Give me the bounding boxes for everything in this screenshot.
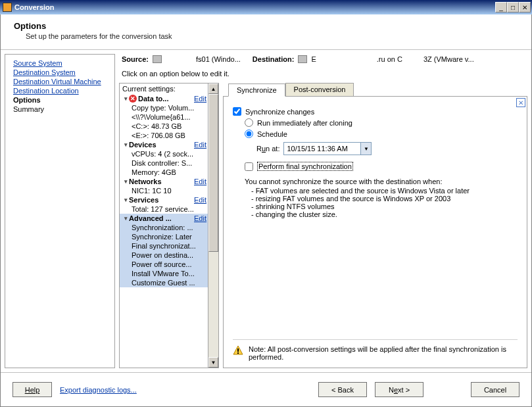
tree-volume-path: <\\?\Volume{a61... [120,112,208,122]
expand-icon[interactable]: ▾ [122,215,129,222]
svg-rect-1 [237,348,239,352]
tab-content: ✕ Synchronize changes Run immediately af… [223,96,527,368]
sidebar-item-source-system[interactable]: Source System [8,59,112,68]
cancel-button[interactable]: Cancel [471,382,520,397]
sidebar-item-destination-location[interactable]: Destination Location [8,86,112,95]
expand-icon[interactable]: ▾ [122,95,129,102]
tree-e-drive: <E:>: 706.08 GB [120,131,208,140]
expand-icon[interactable]: ▾ [122,141,129,148]
page-title: Options [14,21,521,31]
edit-link-data[interactable]: Edit [191,95,206,103]
tree-vcpus: vCPUs: 4 (2 sock... [120,149,208,158]
page-header: Options Set up the parameters for the co… [1,14,531,50]
instruction-text: Click on an option below to edit it. [119,64,527,83]
tree-c-drive: <C:>: 48.73 GB [120,122,208,131]
warning-icon [233,345,243,356]
tree-synchronization: Synchronization: ... [120,223,208,232]
note-text: Note: All post-conversion settings will … [249,345,518,361]
schedule-label: Schedule [257,130,287,138]
tree-vmware-tools: Install VMware To... [120,269,208,278]
tree-data-to-copy[interactable]: ▾ ✕ Data to... Edit [120,94,208,103]
tree-advanced[interactable]: ▾ Advanced ... Edit [120,214,208,223]
window-titlebar: Conversion _ □ ✕ [0,0,532,14]
minimize-button[interactable]: _ [495,2,507,12]
tree-disk-controller: Disk controller: S... [120,158,208,168]
help-button[interactable]: Help [12,382,52,397]
schedule-radio[interactable]: Schedule [233,128,518,139]
synchronize-changes-label: Synchronize changes [245,108,314,116]
tree-power-off: Power off source... [120,260,208,269]
tree-services[interactable]: ▾ Services Edit [120,195,208,204]
edit-link-networks[interactable]: Edit [191,178,206,185]
destination-label: Destination: [253,55,295,63]
destination-host: .ru on C [377,55,402,63]
expand-icon[interactable]: ▾ [122,197,129,203]
scroll-thumb[interactable] [208,94,218,252]
schedule-input[interactable] [245,130,253,138]
tree-memory: Memory: 4GB [120,168,208,177]
scroll-up-button[interactable]: ▲ [208,84,218,94]
svg-rect-2 [237,352,239,354]
tree-customize-guest: Customize Guest ... [120,278,208,287]
edit-link-services[interactable]: Edit [191,196,206,204]
tree-devices[interactable]: ▾ Devices Edit [120,140,208,149]
error-icon: ✕ [129,95,137,103]
tree-networks[interactable]: ▾ Networks Edit [120,177,208,186]
sidebar-item-options[interactable]: Options [8,95,112,105]
synchronize-changes-checkbox[interactable]: Synchronize changes [233,106,518,117]
maximize-button[interactable]: □ [507,2,519,12]
source-computer-icon [153,55,162,63]
synchronize-changes-input[interactable] [233,107,241,116]
edit-link-devices[interactable]: Edit [191,141,206,149]
tree-scrollbar[interactable]: ▲ ▼ [208,84,218,368]
window-title: Conversion [14,3,495,11]
close-window-button[interactable]: ✕ [519,2,531,12]
tab-synchronize[interactable]: Synchronize [228,84,285,97]
tree-final-sync: Final synchronizat... [120,241,208,251]
run-immediately-label: Run immediately after cloning [257,119,352,127]
scroll-down-button[interactable]: ▼ [208,357,218,368]
run-immediately-input[interactable] [245,118,253,127]
edit-link-advanced[interactable]: Edit [191,214,206,222]
sidebar-item-summary[interactable]: Summary [8,105,112,114]
source-label: Source: [122,55,149,63]
back-button[interactable]: < Back [318,382,367,397]
source-value: fs01 (Windo... [196,55,241,63]
current-settings-tree: Current settings: ▾ ✕ Data to... Edit Co… [119,83,219,368]
close-panel-icon[interactable]: ✕ [516,98,525,107]
source-dest-bar: Source: fs01 (Windo... Destination: E .r… [119,54,527,64]
next-button[interactable]: Next > [375,382,423,397]
tab-post-conversion[interactable]: Post-conversion [285,83,354,96]
tree-services-total: Total: 127 service... [120,204,208,214]
perform-final-sync-label: Perform final synchronization [257,162,353,171]
perform-final-sync-checkbox[interactable]: Perform final synchronization [233,162,518,171]
tree-power-on: Power on destina... [120,251,208,260]
tree-title: Current settings: [120,84,208,94]
app-icon [3,3,12,12]
destination-computer-icon [298,55,307,63]
expand-icon[interactable]: ▾ [122,178,129,185]
cannot-sync-text: You cannot synchronize the source with t… [233,178,518,218]
sidebar-item-destination-system[interactable]: Destination System [8,68,112,77]
tree-copy-type: Copy type: Volum... [120,103,208,112]
page-subtitle: Set up the parameters for the conversion… [26,32,521,40]
destination-vm: 3Z (VMware v... [423,55,474,63]
datetime-dropdown-button[interactable]: ▼ [361,142,372,155]
run-at-datetime-input[interactable] [283,142,361,155]
tree-synchronize-later: Synchronize: Later [120,232,208,241]
export-diagnostic-logs-link[interactable]: Export diagnostic logs... [60,386,137,394]
wizard-sidebar: Source System Destination System Destina… [5,54,115,368]
destination-value: E [311,55,316,63]
tree-nic1: NIC1: 1C 10 [120,186,208,195]
run-immediately-radio[interactable]: Run immediately after cloning [233,117,518,128]
run-at-label: Run at: [256,145,279,153]
perform-final-sync-input[interactable] [245,162,253,171]
sidebar-item-destination-vm[interactable]: Destination Virtual Machine [8,77,112,86]
